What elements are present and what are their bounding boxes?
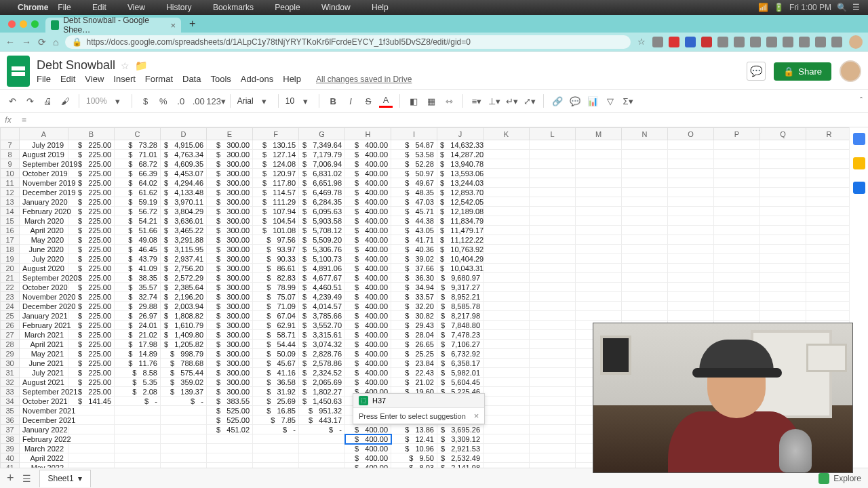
docs-menu-view[interactable]: View	[85, 74, 104, 84]
docs-menu: FileEditViewInsertFormatDataToolsAdd-ons…	[37, 74, 740, 84]
fx-icon: fx	[0, 115, 16, 125]
decrease-decimal-icon[interactable]: .0	[174, 94, 188, 108]
menu-help[interactable]: Help	[372, 3, 389, 12]
docs-menu-insert[interactable]: Insert	[113, 74, 136, 84]
merge-icon[interactable]: ⇿	[442, 94, 456, 108]
formula-suggestion-popup: ⬚ H37 Press Enter to select suggestion ×	[353, 393, 485, 424]
back-icon[interactable]: ←	[5, 37, 15, 47]
menu-edit[interactable]: Edit	[92, 3, 106, 12]
chrome-tabstrip: Debt Snowball - Google Shee… × +	[0, 15, 868, 33]
docs-menu-data[interactable]: Data	[182, 74, 201, 84]
explore-icon	[818, 473, 829, 484]
bold-icon[interactable]: B	[326, 94, 340, 108]
home-icon[interactable]: ⌂	[53, 37, 58, 47]
docs-menu-help[interactable]: Help	[283, 74, 301, 84]
add-sheet-button[interactable]: +	[7, 471, 14, 485]
functions-icon[interactable]: Σ▾	[621, 94, 635, 108]
menubar-status: 📶🔋Fri 1:00 PM🔍☰	[758, 3, 860, 12]
chart-icon[interactable]: 📊	[586, 94, 599, 108]
comment-icon[interactable]: 💬	[568, 94, 582, 108]
redo-icon[interactable]: ↷	[23, 94, 37, 108]
collapse-toolbar-icon[interactable]: ˆ	[860, 96, 863, 106]
font-select[interactable]: Arial	[237, 96, 254, 106]
lock-icon: 🔒	[72, 37, 82, 47]
tasks-icon[interactable]	[853, 182, 865, 194]
italic-icon[interactable]: I	[344, 94, 357, 108]
all-sheets-button[interactable]: ☰	[22, 473, 31, 484]
macos-menubar: Chrome File Edit View History Bookmarks …	[0, 0, 868, 15]
filter-icon[interactable]: ▽	[604, 94, 617, 108]
strike-icon[interactable]: S	[361, 94, 375, 108]
extensions[interactable]	[652, 37, 842, 47]
url-field[interactable]: 🔒 https://docs.google.com/spreadsheets/d…	[65, 35, 631, 49]
textcolor-icon[interactable]: A	[379, 94, 393, 108]
rotate-icon[interactable]: ⤢▾	[523, 94, 536, 108]
suggestion-icon: ⬚	[359, 396, 368, 405]
menu-file[interactable]: File	[58, 3, 71, 12]
share-button[interactable]: 🔒 Share	[774, 62, 831, 81]
menu-view[interactable]: View	[127, 3, 145, 12]
profile-avatar[interactable]	[849, 35, 863, 49]
menu-bookmarks[interactable]: Bookmarks	[213, 3, 254, 12]
menu-window[interactable]: Window	[321, 3, 351, 12]
formula-bar[interactable]: fx =	[0, 113, 868, 127]
document-title[interactable]: Debt Snowball	[37, 58, 115, 73]
valign-icon[interactable]: ⊥▾	[488, 94, 501, 108]
save-status: All changes saved in Drive	[316, 75, 412, 84]
star-icon[interactable]: ☆	[121, 60, 130, 71]
sheet-tab[interactable]: Sheet1▾	[39, 470, 91, 487]
explore-button[interactable]: Explore	[818, 473, 861, 484]
link-icon[interactable]: 🔗	[551, 94, 564, 108]
docs-menu-tools[interactable]: Tools	[210, 74, 231, 84]
close-icon[interactable]: ×	[474, 411, 479, 421]
app-name[interactable]: Chrome	[18, 3, 48, 12]
paint-format-icon[interactable]: 🖌	[58, 94, 72, 108]
reload-icon[interactable]: ⟳	[38, 37, 46, 47]
halign-icon[interactable]: ≡▾	[470, 94, 484, 108]
wrap-icon[interactable]: ↵▾	[505, 94, 519, 108]
forward-icon[interactable]: →	[22, 37, 31, 47]
new-tab-button[interactable]: +	[184, 18, 201, 30]
suggestion-message: Press Enter to select suggestion	[359, 412, 466, 420]
print-icon[interactable]: 🖨	[41, 94, 54, 108]
chrome-addressbar: ← → ⟳ ⌂ 🔒 https://docs.google.com/spread…	[0, 33, 868, 52]
currency-icon[interactable]: $	[139, 94, 153, 108]
calendar-icon[interactable]	[853, 133, 865, 145]
tab-title: Debt Snowball - Google Shee…	[63, 16, 163, 35]
browser-tab[interactable]: Debt Snowball - Google Shee… ×	[45, 18, 181, 33]
window-controls[interactable]	[4, 15, 43, 33]
sheets-logo-icon[interactable]	[7, 56, 30, 87]
fillcolor-icon[interactable]: ◧	[407, 94, 420, 108]
lock-icon: 🔒	[783, 66, 794, 77]
sheets-toolbar: ↶ ↷ 🖨 🖌 100%▾ $ % .0 .00 123▾ Arial▾ 10▾…	[0, 89, 868, 113]
borders-icon[interactable]: ▦	[425, 94, 438, 108]
percent-icon[interactable]: %	[157, 94, 170, 108]
suggestion-ref[interactable]: H37	[372, 396, 386, 405]
webcam-overlay	[593, 323, 853, 473]
undo-icon[interactable]: ↶	[5, 94, 19, 108]
docs-menu-file[interactable]: File	[37, 74, 51, 84]
menu-history[interactable]: History	[166, 3, 191, 12]
star-icon[interactable]: ☆	[637, 37, 646, 47]
account-avatar[interactable]	[840, 60, 861, 82]
formula-value[interactable]: =	[16, 115, 26, 125]
more-formats-icon[interactable]: 123▾	[210, 94, 223, 108]
keep-icon[interactable]	[853, 157, 865, 169]
docs-menu-format[interactable]: Format	[145, 74, 173, 84]
docs-menu-edit[interactable]: Edit	[60, 74, 75, 84]
increase-decimal-icon[interactable]: .00	[192, 94, 205, 108]
close-icon[interactable]: ×	[170, 20, 176, 30]
comments-button[interactable]: 💬	[747, 62, 766, 81]
fontsize-select[interactable]: 10	[285, 96, 294, 106]
sheets-favicon-icon	[51, 20, 59, 30]
docs-menu-add-ons[interactable]: Add-ons	[241, 74, 273, 84]
folder-icon[interactable]: 📁	[135, 60, 148, 72]
zoom-select[interactable]: 100%	[86, 96, 107, 106]
menu-people[interactable]: People	[275, 3, 300, 12]
docs-header: Debt Snowball ☆ 📁 FileEditViewInsertForm…	[0, 52, 868, 87]
